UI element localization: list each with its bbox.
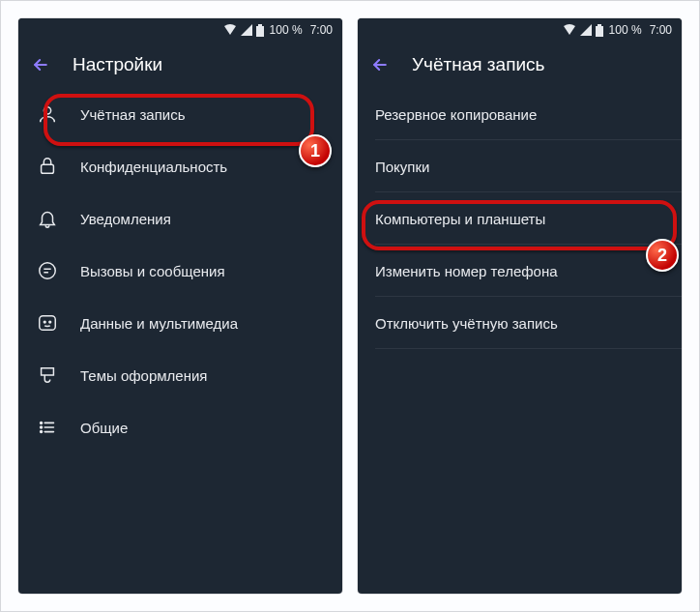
svg-point-6 — [44, 321, 45, 323]
svg-rect-5 — [40, 316, 56, 331]
wifi-icon — [563, 24, 576, 36]
signal-icon — [580, 24, 592, 36]
phone-right: 100 % 7:00 Учётная запись Резервное копи… — [358, 18, 682, 594]
item-deactivate-account[interactable]: Отключить учётную запись — [358, 297, 682, 349]
item-calls-messages[interactable]: Вызовы и сообщения — [18, 245, 342, 297]
item-general[interactable]: Общие — [18, 401, 342, 453]
svg-point-4 — [40, 263, 56, 279]
svg-rect-12 — [596, 26, 603, 37]
clock-text: 7:00 — [310, 23, 333, 37]
battery-text: 100 % — [270, 23, 303, 37]
item-label: Вызовы и сообщения — [80, 263, 325, 279]
account-list: Резервное копирование Покупки Компьютеры… — [358, 88, 682, 594]
svg-rect-11 — [598, 24, 601, 26]
list-icon — [36, 416, 59, 439]
item-notifications[interactable]: Уведомления — [18, 192, 342, 245]
page-title: Настройки — [73, 54, 162, 75]
status-bar: 100 % 7:00 — [18, 18, 342, 42]
item-account[interactable]: Учётная запись — [18, 88, 342, 140]
svg-rect-0 — [258, 24, 262, 26]
item-label: Изменить номер телефона — [375, 263, 664, 279]
user-icon — [36, 102, 59, 126]
clock-text: 7:00 — [650, 23, 672, 37]
svg-point-7 — [49, 321, 51, 323]
settings-list: Учётная запись Конфиденциальность Уведом… — [18, 88, 342, 594]
wifi-icon — [223, 24, 237, 36]
lock-icon — [36, 155, 59, 178]
bell-icon — [36, 207, 59, 230]
item-label: Компьютеры и планшеты — [375, 211, 664, 227]
item-label: Учётная запись — [80, 106, 325, 123]
header: Учётная запись — [358, 42, 682, 88]
status-bar: 100 % 7:00 — [358, 18, 682, 42]
item-label: Уведомления — [80, 211, 325, 227]
svg-rect-1 — [256, 26, 264, 37]
step-badge-1: 1 — [299, 134, 332, 167]
battery-icon — [596, 24, 603, 37]
item-themes[interactable]: Темы оформления — [18, 349, 342, 401]
phone-left: 100 % 7:00 Настройки Учётная запись Конф… — [18, 18, 342, 594]
header: Настройки — [18, 42, 342, 88]
svg-rect-3 — [42, 164, 54, 173]
face-icon — [36, 311, 59, 335]
item-purchases[interactable]: Покупки — [358, 140, 682, 192]
back-button[interactable] — [30, 54, 51, 75]
svg-point-10 — [41, 431, 43, 433]
item-label: Покупки — [375, 159, 664, 175]
step-badge-2: 2 — [646, 239, 679, 272]
item-label: Конфиденциальность — [80, 159, 325, 175]
item-label: Данные и мультимедиа — [80, 315, 325, 332]
svg-point-9 — [41, 426, 43, 428]
signal-icon — [241, 24, 252, 36]
item-label: Общие — [80, 420, 325, 436]
item-label: Резервное копирование — [375, 106, 664, 123]
item-change-phone[interactable]: Изменить номер телефона — [358, 245, 682, 297]
svg-point-8 — [41, 423, 43, 424]
back-button[interactable] — [369, 54, 391, 75]
item-backup[interactable]: Резервное копирование — [358, 88, 682, 140]
item-label: Отключить учётную запись — [375, 315, 664, 332]
item-label: Темы оформления — [80, 367, 325, 384]
item-computers-tablets[interactable]: Компьютеры и планшеты — [358, 192, 682, 245]
battery-text: 100 % — [609, 23, 642, 37]
page-title: Учётная запись — [412, 54, 544, 75]
svg-point-2 — [44, 107, 50, 114]
battery-icon — [256, 24, 264, 37]
item-privacy[interactable]: Конфиденциальность — [18, 140, 342, 192]
brush-icon — [36, 364, 59, 387]
item-data-media[interactable]: Данные и мультимедиа — [18, 297, 342, 349]
chat-icon — [36, 259, 59, 282]
